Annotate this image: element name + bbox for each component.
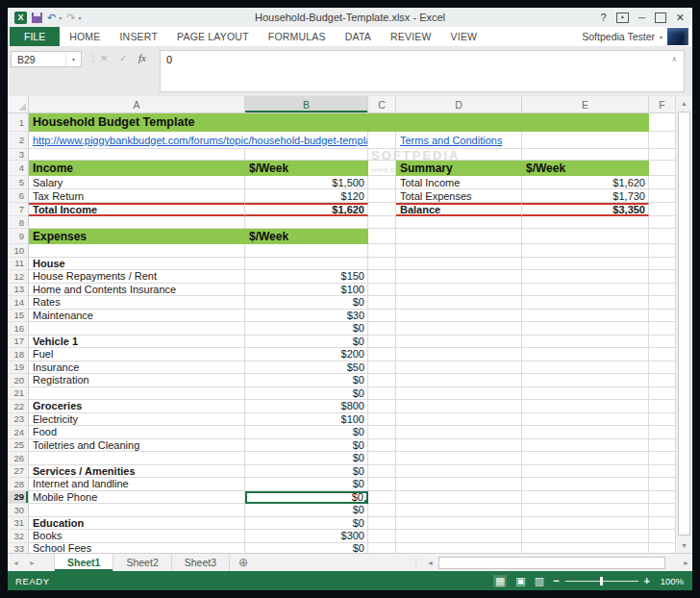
cell-C26[interactable] (368, 452, 396, 465)
row-header-24[interactable]: 24 (8, 426, 29, 439)
zoom-out-button[interactable]: − (553, 575, 559, 586)
cell-A15[interactable]: Maintenance (29, 310, 245, 323)
cell-F6[interactable] (649, 189, 675, 203)
cell-F15[interactable] (649, 310, 675, 323)
cell-F16[interactable] (649, 322, 675, 336)
cell-F18[interactable] (649, 348, 675, 361)
cell-C30[interactable] (368, 504, 396, 517)
cell-D5[interactable]: Total Income (396, 176, 522, 189)
cell-C18[interactable] (368, 348, 396, 361)
cell-A29[interactable]: Mobile Phone (29, 491, 245, 505)
cell-E6[interactable]: $1,730 (522, 189, 649, 203)
cell-A3[interactable] (29, 149, 245, 161)
cell-F33[interactable] (649, 543, 675, 554)
cell-E8[interactable] (522, 216, 649, 229)
cell-F19[interactable] (649, 361, 675, 375)
cell-D7[interactable]: Balance (396, 203, 522, 216)
undo-icon[interactable]: ↶ (47, 12, 56, 23)
row-header-21[interactable]: 21 (8, 387, 29, 401)
cell-A21[interactable] (29, 387, 245, 401)
hyperlink-A2[interactable]: http://www.piggybankbudget.com/forums/to… (29, 132, 368, 149)
cell-A12[interactable]: House Repayments / Rent (29, 270, 245, 284)
cell-E13[interactable] (522, 284, 649, 297)
cell-F1[interactable] (649, 113, 675, 132)
name-box-dropdown-icon[interactable]: ▾ (65, 52, 81, 66)
cell-D24[interactable] (396, 426, 522, 439)
sheet-tab-sheet2[interactable]: Sheet2 (113, 554, 171, 571)
cell-C7[interactable] (368, 203, 396, 216)
restore-button[interactable] (655, 12, 666, 23)
ribbon-tab-formulas[interactable]: FORMULAS (259, 27, 336, 46)
cell-A16[interactable] (29, 322, 245, 336)
undo-dropdown-icon[interactable]: ▾ (59, 14, 62, 21)
cell-B30[interactable]: $0 (245, 504, 368, 517)
cell-E22[interactable] (522, 400, 649, 413)
cell-C21[interactable] (368, 387, 396, 401)
cell-F30[interactable] (649, 504, 675, 517)
cell-F27[interactable] (649, 465, 675, 479)
ribbon-display-options-button[interactable]: ▴ (616, 12, 629, 23)
cell-E21[interactable] (522, 387, 649, 401)
cell-B28[interactable]: $0 (245, 478, 368, 491)
cell-A8[interactable] (29, 216, 245, 229)
cell-D8[interactable] (396, 216, 522, 229)
cell-D3[interactable] (396, 149, 522, 161)
cell-C31[interactable] (368, 517, 396, 531)
cell-B11[interactable] (245, 258, 368, 271)
cell-F11[interactable] (649, 258, 675, 271)
cell-E16[interactable] (522, 322, 649, 336)
select-all-button[interactable] (8, 96, 29, 112)
ribbon-tab-insert[interactable]: INSERT (111, 27, 168, 46)
cell-B7[interactable]: $1,620 (245, 203, 368, 216)
page-break-view-icon[interactable]: ▥ (535, 576, 544, 586)
cell-E32[interactable] (522, 530, 649, 543)
cell-B17[interactable]: $0 (245, 336, 368, 349)
cell-A33[interactable]: School Fees (29, 543, 245, 554)
cell-C5[interactable] (368, 176, 396, 189)
cell-A5[interactable]: Salary (29, 176, 245, 189)
cell-B26[interactable]: $0 (245, 452, 368, 465)
column-header-F[interactable]: F (649, 96, 675, 112)
cell-D14[interactable] (396, 296, 522, 310)
cell-C10[interactable] (368, 244, 396, 258)
cell-E19[interactable] (522, 361, 649, 375)
cell-B20[interactable]: $0 (245, 374, 368, 387)
cell-C17[interactable] (368, 336, 396, 349)
cell-A23[interactable]: Electricity (29, 413, 245, 427)
row-header-4[interactable]: 4 (8, 161, 29, 176)
row-header-32[interactable]: 32 (8, 530, 29, 543)
cell-A14[interactable]: Rates (29, 296, 245, 310)
sheet-nav-right-icon[interactable]: ► (24, 554, 40, 571)
cell-D17[interactable] (396, 336, 522, 349)
horizontal-scroll-thumb[interactable] (438, 557, 665, 569)
cell-F22[interactable] (649, 400, 675, 413)
cell-E31[interactable] (522, 517, 649, 531)
cell-D20[interactable] (396, 374, 522, 387)
cell-B13[interactable]: $100 (245, 284, 368, 297)
scroll-up-icon[interactable]: ▲ (676, 96, 692, 111)
row-header-23[interactable]: 23 (8, 413, 29, 427)
cell-C25[interactable] (368, 439, 396, 453)
sheet-tab-sheet1[interactable]: Sheet1 (54, 554, 113, 571)
row-header-25[interactable]: 25 (8, 439, 29, 453)
cell-D6[interactable]: Total Expenses (396, 189, 522, 203)
cell-A1[interactable]: Household Budget Template (29, 113, 649, 132)
cell-C28[interactable] (368, 478, 396, 491)
horizontal-scrollbar[interactable]: ⋮ ◄ ► (408, 554, 692, 571)
cell-F29[interactable] (649, 491, 675, 505)
row-header-9[interactable]: 9 (8, 229, 29, 244)
page-layout-view-icon[interactable]: ▣ (515, 576, 525, 586)
row-header-10[interactable]: 10 (8, 244, 29, 258)
cell-B22[interactable]: $800 (245, 400, 368, 413)
scroll-left-icon[interactable]: ◄ (424, 560, 437, 566)
cell-D18[interactable] (396, 348, 522, 361)
row-header-1[interactable]: 1 (8, 113, 29, 132)
cell-B4[interactable]: $/Week (245, 161, 368, 176)
cell-B31[interactable]: $0 (245, 517, 368, 531)
cell-C22[interactable] (368, 400, 396, 413)
formula-input[interactable]: 0 (160, 50, 685, 92)
cell-F9[interactable] (649, 229, 675, 244)
cell-E17[interactable] (522, 336, 649, 349)
cell-C12[interactable] (368, 270, 396, 284)
cell-A19[interactable]: Insurance (29, 361, 245, 375)
